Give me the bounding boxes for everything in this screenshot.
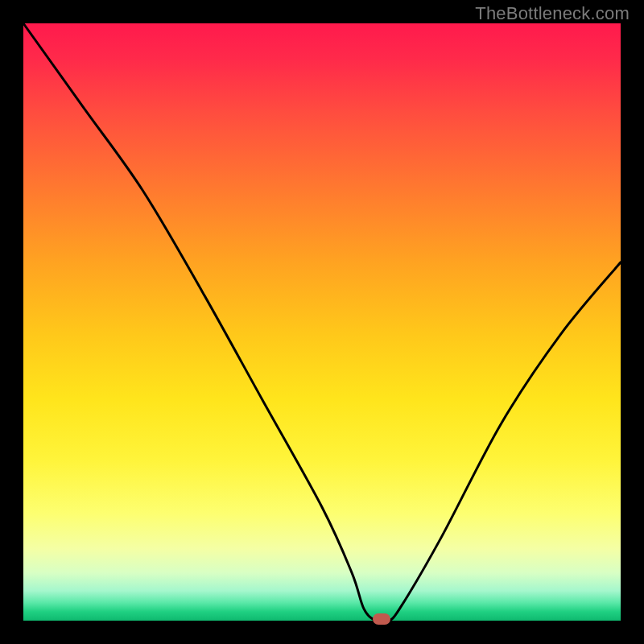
bottleneck-curve	[0, 0, 644, 644]
chart-frame: TheBottleneck.com	[0, 0, 644, 644]
watermark-text: TheBottleneck.com	[475, 3, 630, 24]
minimum-marker	[373, 613, 390, 625]
